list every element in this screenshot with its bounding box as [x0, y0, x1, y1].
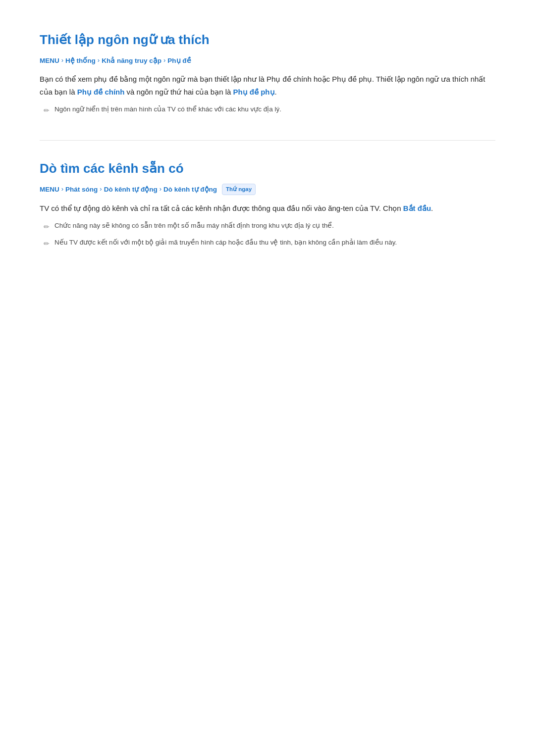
- section2-bold1: Bắt đầu: [403, 204, 431, 212]
- breadcrumb2-sep1: ›: [61, 184, 63, 195]
- section1-bold2: Phụ đề phụ: [233, 88, 275, 96]
- section2-body-end: .: [431, 204, 433, 212]
- breadcrumb-sep3: ›: [163, 55, 165, 66]
- section1-mid-text: và ngôn ngữ thứ hai của bạn là: [124, 88, 233, 96]
- breadcrumb-section1: MENU › Hệ thống › Khả năng truy cập › Ph…: [40, 55, 495, 66]
- breadcrumb-section2: MENU › Phát sóng › Dò kênh tự động › Dò …: [40, 184, 495, 195]
- breadcrumb2-phat-song: Phát sóng: [65, 184, 98, 195]
- section-scan-channels: Dò tìm các kênh sẵn có MENU › Phát sóng …: [40, 158, 495, 250]
- section2-note1: ✏ Chức năng này sẽ không có sẵn trên một…: [44, 220, 495, 232]
- section2-body-text: TV có thể tự động dò kênh và chỉ ra tất …: [40, 204, 403, 212]
- breadcrumb-sep1: ›: [61, 55, 63, 66]
- breadcrumb2-sep3: ›: [160, 184, 161, 195]
- pencil-icon-1: ✏: [44, 105, 50, 116]
- section1-note: ✏ Ngôn ngữ hiển thị trên màn hình của TV…: [44, 104, 495, 116]
- section2-body: TV có thể tự động dò kênh và chỉ ra tất …: [40, 202, 495, 215]
- section2-note2-text: Nếu TV được kết nối với một bộ giải mã t…: [54, 237, 397, 248]
- section1-end-text: .: [275, 88, 277, 96]
- breadcrumb-phu-de: Phụ đề: [167, 55, 191, 66]
- section2-note2: ✏ Nếu TV được kết nối với một bộ giải mã…: [44, 237, 495, 249]
- breadcrumb2-menu: MENU: [40, 184, 59, 195]
- breadcrumb2-sep2: ›: [100, 184, 102, 195]
- section1-body: Bạn có thể xem phụ đề bằng một ngôn ngữ …: [40, 73, 495, 98]
- section1-bold1: Phụ đề chính: [77, 88, 125, 96]
- pencil-icon-2: ✏: [44, 221, 50, 232]
- breadcrumb2-do-kenh-tu-dong: Dò kênh tự động: [163, 184, 217, 195]
- breadcrumb-kha-nang: Khả năng truy cập: [102, 55, 161, 66]
- breadcrumb2-do-kenh: Dò kênh tự động: [104, 184, 158, 195]
- section-subtitle-language: Thiết lập ngôn ngữ ưa thích MENU › Hệ th…: [40, 30, 495, 116]
- section1-note-text: Ngôn ngữ hiển thị trên màn hình của TV c…: [54, 104, 281, 115]
- breadcrumb-menu: MENU: [40, 55, 59, 66]
- divider: [40, 140, 495, 141]
- section1-title: Thiết lập ngôn ngữ ưa thích: [40, 30, 495, 50]
- pencil-icon-3: ✏: [44, 238, 50, 249]
- breadcrumb-he-thong: Hệ thống: [65, 55, 96, 66]
- breadcrumb-sep2: ›: [98, 55, 100, 66]
- section2-title: Dò tìm các kênh sẵn có: [40, 158, 495, 179]
- thu-ngay-badge: Thứ ngay: [222, 184, 256, 195]
- section2-note1-text: Chức năng này sẽ không có sẵn trên một s…: [54, 220, 334, 231]
